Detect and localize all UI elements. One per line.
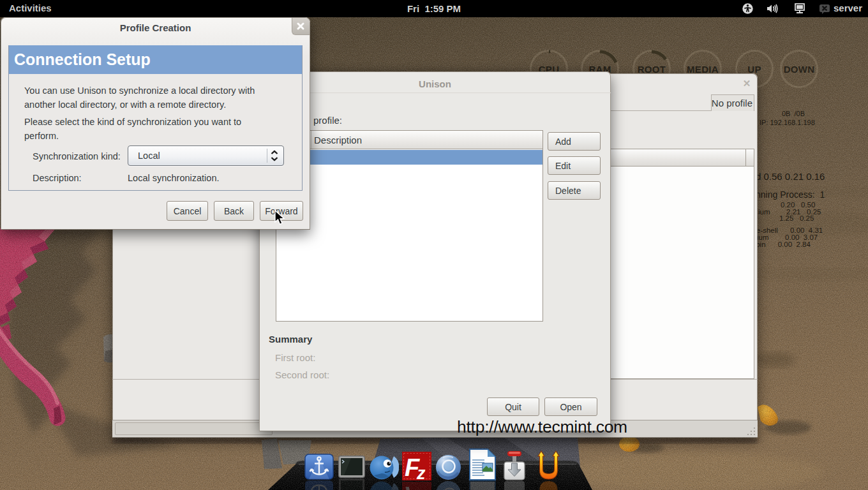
svg-text:F: F bbox=[405, 482, 420, 490]
svg-text:z: z bbox=[416, 464, 426, 481]
